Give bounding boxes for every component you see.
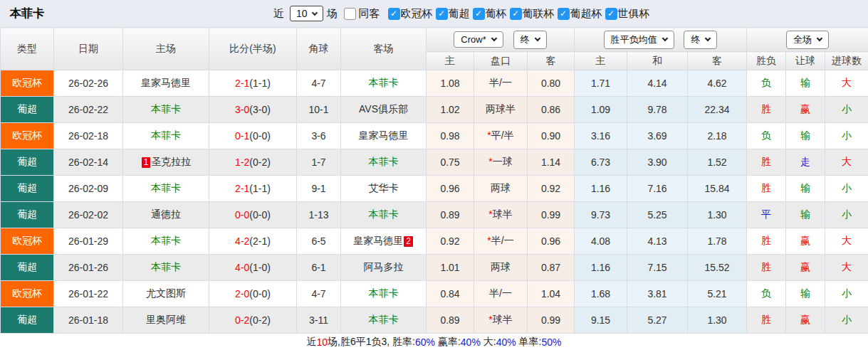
away-team-cell: 本菲卡 xyxy=(341,307,427,334)
goals-result-cell: 小 xyxy=(825,176,868,202)
rank-badge: 1 xyxy=(142,157,151,168)
half-score-value: (0-2) xyxy=(249,157,271,168)
league-checkbox-3[interactable]: ✓ xyxy=(510,8,522,20)
score-cell: 0-1(0-0) xyxy=(209,123,297,149)
team-name: 皇家马德里 xyxy=(359,129,409,141)
scope-select-value: 全场 xyxy=(793,33,812,46)
col-avg-home: 主 xyxy=(575,52,627,70)
summary-segment: 10 xyxy=(317,336,328,348)
avg-away-cell: 5.21 xyxy=(688,281,747,307)
odds-away-cell: 0.96 xyxy=(528,228,575,255)
avg-draw-cell: 3.90 xyxy=(627,149,688,176)
line-changed-star: * xyxy=(487,129,491,141)
col-result: 胜负 xyxy=(747,52,786,70)
corners-cell: 6-5 xyxy=(297,228,341,255)
score-value: 0-1 xyxy=(235,130,249,142)
col-odds-home: 主 xyxy=(427,52,474,70)
team-name: 本菲卡 xyxy=(151,235,181,246)
home-team-cell: 本菲卡 xyxy=(123,123,209,149)
summary-segment: 近 xyxy=(307,336,317,349)
odds-home-cell: 1.01 xyxy=(427,255,474,281)
half-score-value: (1-0) xyxy=(249,262,271,273)
handicap-result-cell: 走 xyxy=(786,149,825,176)
half-score-value: (0-2) xyxy=(249,314,271,326)
result-cell: 负 xyxy=(747,281,786,307)
recent-label: 近 xyxy=(273,7,284,21)
col-odds-away: 客 xyxy=(528,52,575,70)
date-cell: 26-01-26 xyxy=(54,255,123,281)
col-corners: 角球 xyxy=(297,28,341,70)
odds-line-cell: 半/一 xyxy=(474,281,528,307)
odds-home-cell: 0.92 xyxy=(427,228,474,255)
team-name: 本菲卡 xyxy=(369,314,399,325)
league-type-cell: 葡超 xyxy=(1,255,54,281)
bookmaker-select[interactable]: Crow* xyxy=(454,31,503,48)
handicap-result-cell: 输 xyxy=(786,123,825,149)
avg-away-cell: 15.52 xyxy=(688,255,747,281)
chevron-down-icon xyxy=(662,36,667,41)
score-value: 2-1 xyxy=(235,183,249,194)
date-cell: 26-02-18 xyxy=(54,123,123,149)
team-name: 尤文图斯 xyxy=(146,287,186,299)
result-cell: 负 xyxy=(747,123,786,149)
home-team-cell: 皇家马德里 xyxy=(123,70,209,97)
col-date: 日期 xyxy=(54,28,123,70)
score-cell: 2-0(0-0) xyxy=(209,281,297,307)
avg-home-cell: 3.16 xyxy=(575,123,627,149)
odds-home-cell: 1.08 xyxy=(427,70,474,97)
odds-line-cell: 半/一 xyxy=(474,70,528,97)
league-type-cell: 欧冠杯 xyxy=(1,70,54,97)
chevron-down-icon xyxy=(705,36,711,41)
goals-result-cell: 大 xyxy=(825,70,868,97)
handicap-result-cell: 赢 xyxy=(786,255,825,281)
team-name: 本菲卡 xyxy=(369,208,399,220)
league-checkbox-2[interactable]: ✓ xyxy=(473,8,485,20)
odds-line-cell: 两球 xyxy=(474,176,528,202)
league-checkbox-5[interactable]: ✓ xyxy=(605,8,617,20)
score-cell: 0-0(0-0) xyxy=(209,202,297,228)
same-venue-checkbox[interactable] xyxy=(344,8,356,20)
matches-table: 类型 日期 主场 比分(半场) 角球 客场 Crow* 终 胜平负均值 终 全场… xyxy=(0,27,868,334)
half-score-value: (0-0) xyxy=(249,209,271,221)
odds-time-select[interactable]: 终 xyxy=(513,31,547,49)
avg-metric-select-value: 胜平负均值 xyxy=(611,33,657,46)
result-cell: 胜 xyxy=(747,228,786,255)
league-checkbox-label: 葡杯 xyxy=(486,7,507,21)
goals-result-cell: 大 xyxy=(825,149,868,176)
team-name: 艾华卡 xyxy=(369,182,399,193)
scope-select[interactable]: 全场 xyxy=(786,31,829,49)
score-value: 2-1 xyxy=(235,78,249,89)
odds-line-cell: *一球 xyxy=(474,149,528,176)
league-checkbox-4[interactable]: ✓ xyxy=(558,8,570,20)
away-team-cell: 本菲卡 xyxy=(341,281,427,307)
team-name: 圣克拉拉 xyxy=(151,156,191,167)
avg-home-cell: 6.73 xyxy=(575,149,627,176)
col-avg-draw: 和 xyxy=(627,52,688,70)
odds-home-cell: 0.89 xyxy=(427,307,474,334)
league-type-cell: 葡超 xyxy=(1,202,54,228)
summary-segment: 40% xyxy=(496,336,516,348)
odds-away-cell: 1.14 xyxy=(528,149,575,176)
team-name: 本菲卡 xyxy=(151,261,181,272)
odds-home-cell: 0.75 xyxy=(427,149,474,176)
avg-draw-cell: 4.14 xyxy=(627,70,688,97)
half-score-value: (3-0) xyxy=(249,104,271,115)
match-rows: 欧冠杯26-02-26皇家马德里2-1(1-1)4-7本菲卡1.08半/一0.8… xyxy=(1,70,868,334)
score-cell: 3-0(3-0) xyxy=(209,97,297,123)
recent-count-select[interactable]: 10 xyxy=(290,6,323,21)
corners-cell: 10-1 xyxy=(297,97,341,123)
result-cell: 胜 xyxy=(747,176,786,202)
avg-header-cell: 胜平负均值 终 xyxy=(575,28,747,52)
league-checkbox-label: 葡超 xyxy=(449,7,470,21)
date-cell: 26-01-18 xyxy=(54,307,123,334)
avg-time-select[interactable]: 终 xyxy=(684,31,717,49)
league-checkbox-0[interactable]: ✓ xyxy=(388,8,400,20)
avg-home-cell: 4.08 xyxy=(575,228,627,255)
home-team-cell: 1圣克拉拉 xyxy=(123,149,209,176)
half-score-value: (1-1) xyxy=(249,78,271,89)
half-score-value: (1-1) xyxy=(249,183,271,194)
avg-metric-select[interactable]: 胜平负均值 xyxy=(604,31,674,49)
league-checkbox-1[interactable]: ✓ xyxy=(436,8,448,20)
home-team-cell: 尤文图斯 xyxy=(123,281,209,307)
avg-away-cell: 4.62 xyxy=(688,70,747,97)
